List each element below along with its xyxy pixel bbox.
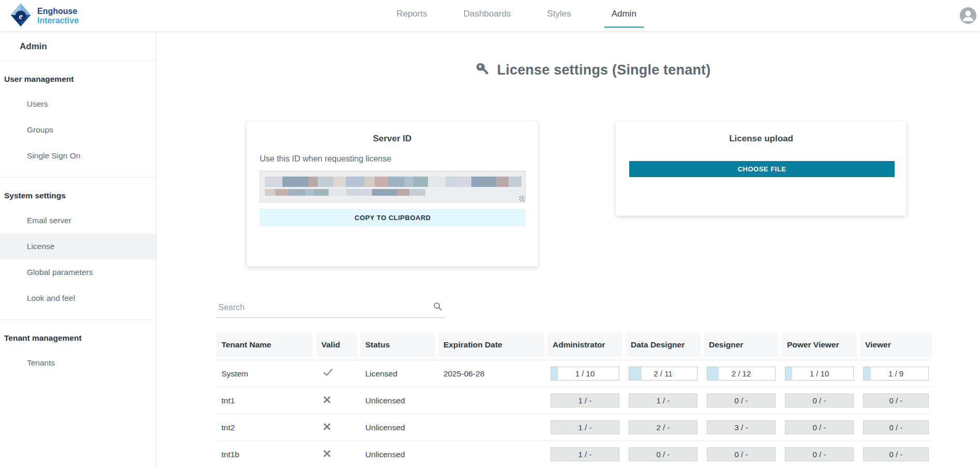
license-count-box: 0 / - — [629, 447, 697, 461]
masked-pixel-block — [509, 177, 522, 187]
license-count-text: 1 / - — [551, 448, 619, 461]
license-table: Tenant NameValidStatusExpiration DateAdm… — [216, 333, 932, 466]
cell-license-count: 2 / 11 — [626, 367, 701, 381]
sidebar-item-tenants[interactable]: Tenants — [0, 350, 156, 376]
license-count-text: 1 / - — [551, 394, 619, 407]
masked-pixel-block — [397, 189, 409, 196]
license-count-text: 1 / 9 — [864, 367, 928, 380]
nav-tab-dashboards[interactable]: Dashboards — [461, 0, 514, 28]
license-count-text: 1 / - — [551, 421, 619, 434]
cell-license-count: 3 / - — [704, 420, 779, 434]
license-count-text: 0 / - — [864, 394, 928, 407]
license-count-text: 3 / - — [707, 421, 775, 434]
search-icon[interactable] — [433, 302, 442, 313]
table-row-system: SystemLicensed2025-06-281 / 102 / 112 / … — [216, 360, 932, 387]
license-count-box: 0 / - — [863, 420, 929, 434]
masked-pixel-block — [446, 177, 457, 187]
license-count-text: 0 / - — [629, 448, 697, 461]
server-id-card: Server ID Use this ID when requesting li… — [246, 121, 538, 267]
masked-pixel-block — [318, 177, 333, 187]
masked-pixel-block — [471, 177, 481, 187]
license-count-box: 2 / 11 — [629, 367, 697, 381]
cell-license-count: 0 / - — [704, 394, 779, 407]
sidebar-item-look-and-feel[interactable]: Look and feel — [0, 285, 156, 311]
column-header-data-designer: Data Designer — [626, 333, 701, 357]
cell-license-count: 1 / - — [547, 394, 622, 407]
textarea-resize-handle-icon[interactable] — [519, 196, 525, 201]
sidebar-section-title: User management — [4, 75, 156, 84]
sidebar-section-title: System settings — [4, 191, 156, 200]
cell-license-count: 0 / - — [782, 447, 857, 461]
server-id-description: Use this ID when requesting license — [260, 154, 525, 164]
copy-to-clipboard-button[interactable]: COPY TO CLIPBOARD — [260, 209, 526, 226]
choose-file-button[interactable]: CHOOSE FILE — [629, 161, 895, 177]
license-count-box: 2 / - — [629, 420, 697, 434]
license-table-header: Tenant NameValidStatusExpiration DateAdm… — [216, 333, 932, 360]
sidebar-item-users[interactable]: Users — [0, 91, 156, 117]
masked-pixel-block — [289, 189, 305, 196]
cell-license-count: 2 / 12 — [704, 367, 779, 381]
cell-status: Unlicensed — [360, 396, 435, 405]
masked-pixel-block — [481, 177, 496, 187]
cell-license-count: 1 / 9 — [860, 367, 932, 381]
cell-license-count: 0 / - — [860, 447, 932, 461]
license-count-text: 0 / - — [707, 448, 775, 461]
cell-license-count: 1 / - — [626, 394, 701, 407]
masked-pixel-block — [346, 189, 358, 196]
table-row-tnt1: tnt1Unlicensed1 / -1 / -0 / -0 / -0 / - — [216, 387, 932, 414]
masked-pixel-block — [364, 177, 375, 187]
license-count-box: 0 / - — [707, 447, 776, 461]
license-count-box: 1 / - — [551, 447, 619, 461]
masked-pixel-block — [346, 177, 364, 187]
cell-status: Licensed — [360, 369, 435, 378]
svg-text:e: e — [19, 12, 22, 21]
sidebar-item-license[interactable]: License — [0, 234, 156, 259]
column-header-valid: Valid — [316, 333, 357, 357]
license-count-box: 0 / - — [707, 394, 776, 407]
invalid-x-icon — [316, 396, 357, 405]
license-count-text: 0 / - — [707, 394, 775, 407]
sidebar-item-global-parameters[interactable]: Global parameters — [0, 259, 156, 285]
nav-tab-admin[interactable]: Admin — [604, 0, 644, 28]
valid-check-icon — [316, 369, 357, 378]
server-id-textarea[interactable] — [260, 171, 526, 202]
user-avatar-icon[interactable] — [959, 7, 977, 24]
license-count-box: 1 / 10 — [551, 367, 619, 381]
license-count-text: 0 / - — [864, 421, 928, 434]
search-input[interactable] — [216, 303, 433, 314]
masked-pixel-block — [413, 177, 428, 187]
column-header-status: Status — [360, 333, 435, 357]
sidebar-item-groups[interactable]: Groups — [0, 117, 156, 143]
license-count-text: 1 / 10 — [551, 367, 619, 380]
license-count-text: 0 / - — [864, 448, 928, 461]
license-table-body: SystemLicensed2025-06-281 / 102 / 112 / … — [216, 360, 932, 466]
license-count-text: 2 / 12 — [707, 367, 775, 380]
license-count-box: 3 / - — [707, 420, 776, 434]
cell-license-count: 0 / - — [782, 394, 857, 407]
column-header-designer: Designer — [704, 333, 779, 357]
column-header-administrator: Administrator — [547, 333, 622, 357]
cell-expiration-date: 2025-06-28 — [438, 369, 544, 378]
license-upload-card: License upload CHOOSE FILE — [616, 121, 907, 216]
server-id-card-title: Server ID — [260, 134, 525, 144]
sidebar-sections: User managementUsersGroupsSingle Sign On… — [0, 61, 156, 384]
sidebar-heading-admin[interactable]: Admin — [0, 32, 156, 61]
masked-pixel-block — [428, 177, 446, 187]
server-id-masked-line-2 — [265, 189, 425, 196]
page-title-row: License settings (Single tenant) — [182, 62, 980, 78]
masked-pixel-block — [294, 177, 308, 187]
nav-tab-reports[interactable]: Reports — [393, 0, 430, 28]
nav-tab-styles[interactable]: Styles — [544, 0, 574, 28]
license-count-box: 0 / - — [785, 447, 854, 461]
masked-pixel-block — [308, 177, 318, 187]
table-row-tnt1b: tnt1bUnlicensed1 / -0 / -0 / -0 / -0 / - — [216, 441, 932, 466]
top-nav: ReportsDashboardsStylesAdmin — [28, 0, 980, 28]
license-count-box: 1 / - — [629, 394, 697, 407]
cell-license-count: 0 / - — [704, 447, 779, 461]
masked-pixel-block — [333, 177, 346, 187]
license-count-box: 1 / - — [551, 420, 619, 434]
sidebar-item-email-server[interactable]: Email server — [0, 208, 156, 234]
sidebar-item-single-sign-on[interactable]: Single Sign On — [0, 143, 156, 169]
license-count-box: 1 / - — [551, 394, 619, 407]
license-count-text: 0 / - — [785, 448, 853, 461]
